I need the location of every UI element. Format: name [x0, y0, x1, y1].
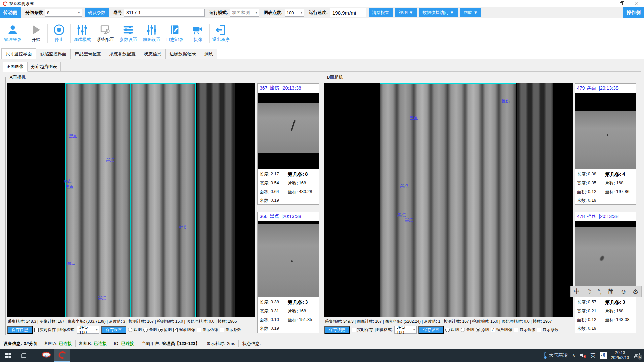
field-label: 米数: — [577, 326, 587, 332]
strip — [66, 84, 82, 317]
ime-punctuation-icon[interactable]: °, — [597, 288, 602, 295]
show-edges-checkbox[interactable]: 显示边缘 — [197, 327, 218, 333]
chart-points-select[interactable]: 100 ▾ — [285, 9, 304, 17]
capture-button[interactable]: 摄像 — [187, 24, 209, 43]
ime-emoji-icon[interactable]: ☺ — [620, 288, 627, 295]
field-value: 151.35 — [299, 317, 312, 323]
roll-number-input[interactable]: 3117-1 — [124, 9, 205, 17]
notification-center-button[interactable]: 6 — [633, 352, 640, 358]
field-value: 4 — [622, 171, 625, 178]
show-count-checkbox[interactable]: 显示条数 — [537, 327, 558, 333]
snipping-tool-button[interactable]: ✂ — [38, 349, 54, 362]
tray-expand-chevron[interactable]: ∧ — [572, 353, 575, 358]
split-count-select[interactable]: 8 ▾ — [45, 9, 82, 17]
drive-side-button[interactable]: 传动侧 — [0, 7, 21, 18]
bright-image-radio[interactable]: 亮图 — [461, 327, 474, 333]
speaker-muted-icon[interactable] — [580, 353, 586, 358]
save-settings-button[interactable]: 保存设置 — [418, 326, 444, 334]
start-button[interactable]: 开始 — [25, 24, 47, 43]
help-menu-button[interactable]: 帮助 ▼ — [460, 8, 481, 17]
task-view-button[interactable] — [16, 349, 32, 362]
checkbox-icon — [514, 328, 518, 332]
restore-button[interactable] — [613, 0, 629, 7]
show-count-checkbox[interactable]: 显示条数 — [220, 327, 241, 333]
windows-start-icon — [5, 353, 11, 358]
tab-defect-monitor[interactable]: 缺陷监控界面 — [36, 49, 71, 59]
ime-lang-mode[interactable]: 中 — [574, 287, 580, 296]
camera-b-image[interactable]: 挫伤 黑点 黑点 黑点 黑点 — [324, 83, 573, 317]
field-value: 0.31 — [271, 308, 279, 314]
vision-app-taskbar-button[interactable] — [54, 349, 70, 362]
start-button[interactable] — [0, 349, 16, 362]
chart-points-value: 100 — [287, 10, 294, 15]
save-snapshot-button[interactable]: 保存快照 — [324, 326, 350, 334]
defect-thumbnail[interactable] — [258, 93, 319, 169]
field-label: 第几条: — [605, 171, 621, 178]
save-settings-button[interactable]: 保存设置 — [101, 326, 126, 334]
defect-settings-button[interactable]: 缺陷设置 — [141, 24, 162, 43]
image-format-select[interactable]: JPG 100▾ — [77, 326, 99, 334]
tab-edge-data[interactable]: 边缘数据记录 — [165, 49, 200, 59]
dark-image-radio[interactable]: 暗图 — [445, 327, 459, 333]
data-shortcut-menu-button[interactable]: 数据快捷访问 ▼ — [419, 8, 458, 17]
dark-image-radio[interactable]: 暗图 — [128, 327, 142, 333]
realtime-save-checkbox[interactable]: 实时保存 — [352, 327, 373, 333]
camera-b-label: 相机B: — [79, 341, 92, 347]
save-snapshot-button[interactable]: 保存快照 — [7, 326, 33, 334]
ime-simplified[interactable]: 简 — [608, 287, 614, 296]
param-settings-button[interactable]: 参数设置 — [118, 24, 139, 43]
subtab-front-image[interactable]: 正面图像 — [3, 62, 28, 72]
defect-thumbnail[interactable] — [258, 221, 319, 297]
defect-card-header[interactable]: 366 黑点 |20:13:38 — [258, 212, 319, 221]
defect-thumbnail[interactable] — [575, 221, 636, 297]
realtime-save-checkbox[interactable]: 实时保存 — [34, 327, 56, 333]
tab-size-monitor[interactable]: 尺寸监控界面 — [1, 48, 36, 59]
tab-test[interactable]: 测试 — [200, 49, 217, 59]
radio-label: 暗图 — [133, 327, 142, 333]
minimize-button[interactable] — [598, 0, 613, 7]
close-button[interactable] — [629, 0, 644, 7]
subtab-trend-chart[interactable]: 分布趋势图表 — [27, 62, 61, 71]
checkbox-icon — [537, 328, 541, 332]
original-image-radio[interactable]: 原图 — [158, 327, 172, 333]
tab-status-info[interactable]: 状态信息 — [140, 49, 166, 59]
tab-system-params[interactable]: 系统参数配置 — [105, 49, 140, 59]
size-monitor-page: 正面图像 分布趋势图表 A面相机 黑点 黑点 黑点 黑点 挫伤 黑点 黑点 — [0, 59, 644, 338]
zoom-image-checkbox[interactable]: 缩放图像 — [491, 327, 512, 333]
admin-login-button[interactable]: 管理登录 — [2, 24, 23, 43]
clock[interactable]: 20:13 2025/2/10 — [611, 350, 629, 360]
log-record-button[interactable]: 日志记录 — [164, 24, 185, 43]
exit-program-button[interactable]: 退出程序 — [210, 24, 232, 43]
image-format-select[interactable]: JPG 100▾ — [394, 326, 417, 334]
defect-type: 黑点 — [587, 85, 596, 91]
weather-widget[interactable]: 天气寒冷 — [543, 352, 568, 359]
ime-settings-icon[interactable]: ⚙ — [633, 288, 638, 296]
ime-fullwidth-icon[interactable]: ☽ — [586, 288, 592, 296]
defect-card-header[interactable]: 367 挫伤 |20:13:38 — [258, 84, 319, 93]
zoom-image-checkbox[interactable]: 缩放图像 — [173, 327, 195, 333]
confirm-count-button[interactable]: 确认条数 — [85, 8, 109, 17]
film-band — [575, 111, 636, 169]
io-value: 已连接 — [121, 341, 135, 347]
language-indicator[interactable]: 英 — [591, 352, 596, 359]
system-config-button[interactable]: 系统配置 — [95, 24, 116, 43]
tab-product-model[interactable]: 产品型号配置 — [70, 49, 105, 59]
original-image-radio[interactable]: 原图 — [476, 327, 489, 333]
bright-image-radio[interactable]: 亮图 — [143, 327, 157, 333]
view-menu-button[interactable]: 视图 ▼ — [395, 8, 416, 17]
field-label: 坐标: — [605, 189, 615, 195]
clear-alarm-button[interactable]: 清除报警 — [369, 8, 393, 17]
minimize-icon — [604, 4, 607, 4]
camera-a-image[interactable]: 黑点 黑点 黑点 黑点 挫伤 黑点 黑点 — [7, 83, 255, 317]
operator-side-button[interactable]: 操作侧 — [623, 7, 644, 18]
defect-thumbnail[interactable] — [575, 93, 636, 169]
radio-icon — [476, 328, 480, 332]
ime-indicator[interactable]: 拼 — [600, 352, 607, 359]
ribbon-item-label: 开始 — [32, 37, 40, 43]
defect-card-header[interactable]: 479 黑点 |20:13:38 — [575, 84, 636, 93]
run-mode-select[interactable]: 双面检测 ▾ — [230, 9, 259, 17]
defect-card-header[interactable]: 478 挫伤 |20:13:38 — [575, 212, 636, 221]
stop-button[interactable]: 停止 — [48, 24, 70, 43]
debug-mode-button[interactable]: 调试模式 — [71, 24, 93, 43]
show-edges-checkbox[interactable]: 显示边缘 — [514, 327, 535, 333]
